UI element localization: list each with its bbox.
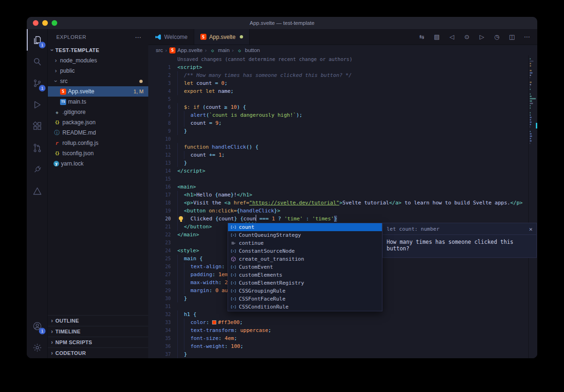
suggestion-countqueuingstrategy[interactable]: CountQueuingStrategy [228,231,382,239]
code-line-5[interactable]: 5 [148,95,537,103]
suggestion-customelementregistry[interactable]: CustomElementRegistry [228,279,382,287]
code-line-34[interactable]: 34text-transform: uppercase; [148,326,537,334]
code-line-32[interactable]: 32h1 { [148,310,537,318]
tree-item-readme-md[interactable]: ⓘREADME.md [48,128,148,138]
code-line-17[interactable]: 17<h1>Hello {name}!</h1> [148,191,537,199]
sidebar-section-npm-scripts[interactable]: ›NPM SCRIPTS [48,337,148,347]
code-line-9[interactable]: 9} [148,127,537,135]
code-line-37[interactable]: 37} [148,350,537,358]
tree-item-tsconfig-json[interactable]: {}tsconfig.json [48,148,148,158]
breadcrumb-main[interactable]: ◇main [209,47,229,54]
editor-code-area[interactable]: Unsaved changes (cannot determine recent… [148,55,537,358]
breadcrumb-button[interactable]: ◇button [236,47,260,54]
code-token: coun [244,216,256,222]
activity-explorer[interactable]: 1 [27,29,47,51]
indent-guide [177,334,184,342]
activity-github-pr[interactable] [27,137,47,158]
code-line-14[interactable]: 14</script> [148,167,537,175]
variable-symbol-icon [230,248,236,255]
code-line-11[interactable]: 11function handleClick() { [148,143,537,151]
code-line-35[interactable]: 35font-size: 4em; [148,334,537,342]
code-line-content: alert(`count is dangerously high!`); [177,111,537,119]
code-line-10[interactable]: 10 [148,135,537,143]
action-run[interactable]: ⊙ [460,31,473,43]
project-root-header[interactable]: › TEST-TEMPLATE [48,45,148,55]
minimize-window-button[interactable] [42,20,48,26]
activity-codetour[interactable] [27,180,47,202]
close-icon[interactable]: × [529,226,533,232]
code-line-7[interactable]: 7alert(`count is dangerously high!`); [148,111,537,119]
activity-accounts[interactable]: 1 [27,315,47,337]
suggestion-continue[interactable]: continue [228,239,382,247]
activity-remote[interactable] [27,158,47,180]
sidebar-section-label: OUTLINE [55,318,79,324]
activity-run-debug[interactable] [27,94,47,115]
code-line-3[interactable]: 3let count = 0; [148,79,537,87]
code-token: 10 [230,104,236,110]
zoom-window-button[interactable] [52,20,57,26]
activity-search[interactable] [27,51,47,72]
code-line-15[interactable]: 15 [148,175,537,183]
action-timeline[interactable]: ◷ [490,31,503,43]
sidebar-section-outline[interactable]: ›OUTLINE [48,315,148,326]
code-line-2[interactable]: 2/** How many times has someone clicked … [148,71,537,79]
action-split-editor[interactable]: ◫ [505,31,518,43]
titlebar[interactable]: App.svelte — test-template [27,17,537,29]
close-window-button[interactable] [33,20,38,26]
code-token: } [184,351,187,357]
code-line-16[interactable]: 16<main> [148,183,537,191]
indent-guide [177,207,184,215]
suggestion-cssfontfacerule[interactable]: CSSFontFaceRule [228,295,382,303]
breadcrumb-src[interactable]: src [156,47,163,53]
tree-item-package-json[interactable]: {}package.json [48,117,148,128]
code-line-18[interactable]: 18<p>Visit the <a href="https://svelte.d… [148,199,537,207]
suggestion-customevent[interactable]: CustomEvent [228,263,382,271]
code-line-19[interactable]: 19<button on:click={handleClick}> [148,207,537,215]
tree-item-yarn-lock[interactable]: yyarn.lock [48,158,148,169]
tree-item-gitignore[interactable]: ◆.gitignore [48,107,148,117]
suggestion-cssgroupingrule[interactable]: CSSGroupingRule [228,287,382,295]
activity-extensions[interactable] [27,115,47,137]
code-line-8[interactable]: 8count = 9; [148,119,537,127]
code-line-6[interactable]: 6$: if (count ≥ 10) { [148,103,537,111]
suggestion-create-out-transition[interactable]: create_out_transition [228,255,382,263]
activity-settings[interactable] [27,337,47,358]
code-token: </script> [177,168,206,174]
tree-item-rollup-config-js[interactable]: rrollup.config.js [48,138,148,148]
activity-source-control[interactable]: 1 [27,72,47,94]
suggestion-count[interactable]: count [228,223,382,231]
tab-welcome[interactable]: Welcome [148,29,194,45]
suggestion-customelements[interactable]: customElements [228,271,382,279]
tree-item-node-modules[interactable]: ›node_modules [48,55,148,66]
lightbulb-icon[interactable] [179,216,183,220]
views-more-actions-button[interactable]: ⋯ [135,33,142,41]
suggestion-cssconditionrule[interactable]: CSSConditionRule [228,303,382,311]
code-line-1[interactable]: 1<script> [148,63,537,71]
minimap[interactable] [528,55,537,358]
code-line-12[interactable]: 12count += 1; [148,151,537,159]
code-line-4[interactable]: 4export let name; [148,87,537,95]
tree-item-src[interactable]: ›src [48,76,148,86]
tree-item-app-svelte[interactable]: SApp.svelte1, M [48,86,148,97]
action-navigate-forward[interactable]: ▷ [475,31,488,43]
breadcrumb-app-svelte[interactable]: SApp.svelte [169,47,203,53]
code-line-33[interactable]: 33color: #ff3e00; [148,318,537,326]
action-navigate-back[interactable]: ◁ [445,31,458,43]
code-line-20[interactable]: 20Clicked {count} {coun === 1 ? 'time' :… [148,215,537,223]
code-token: </main> [177,232,199,238]
action-compare-changes[interactable]: ⇆ [415,31,428,43]
suggest-signature: let count: number [387,226,440,232]
action-open-preview[interactable]: ▤ [430,31,443,43]
sidebar-section-codetour[interactable]: ›CODETOUR [48,347,148,358]
code-line-36[interactable]: 36font-weight: 100; [148,342,537,350]
action-more-actions[interactable]: ⋯ [520,31,534,43]
code-line-13[interactable]: 13} [148,159,537,167]
tab-app-svelte[interactable]: SApp.svelte [194,29,250,45]
sidebar-section-label: TIMELINE [55,329,81,334]
sidebar-section-timeline[interactable]: ›TIMELINE [48,326,148,337]
code-token: 1 [272,216,275,222]
tree-item-public[interactable]: ›public [48,66,148,76]
tree-item-main-ts[interactable]: TSmain.ts [48,97,148,107]
code-token: ; [234,335,237,341]
suggestion-constantsourcenode[interactable]: ConstantSourceNode [228,247,382,255]
